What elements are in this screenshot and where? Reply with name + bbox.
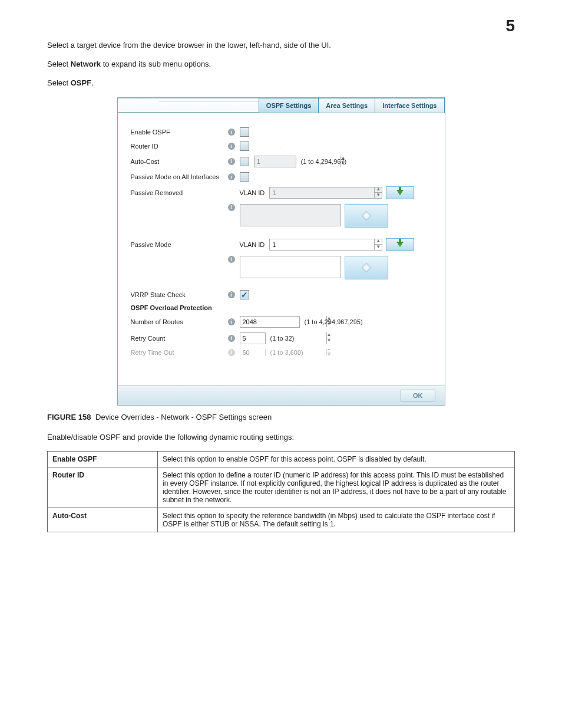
num-routes-hint: (1 to 4,294,967,295) [305,318,363,325]
overload-header: OSPF Overload Protection [131,304,212,311]
table-val: Select this option to enable OSPF for th… [158,451,515,467]
spinner-down[interactable]: ▼ [375,245,382,250]
info-icon[interactable]: i [228,173,235,180]
text: . [91,78,94,87]
description-table: Enable OSPF Select this option to enable… [47,451,515,532]
router-id-checkbox[interactable] [240,141,249,151]
passive-mode-add-button[interactable] [386,238,414,251]
table-row: Router ID Select this option to define a… [48,467,515,508]
passive-removed-list[interactable] [240,204,341,226]
table-val: Select this option to define a router ID… [158,467,515,508]
retry-timeout-hint: (1 to 3,600) [270,349,303,356]
retry-count-input[interactable]: ▲▼ [240,332,266,344]
arrow-down-icon [396,242,404,247]
intro-p3: Select OSPF. [47,78,515,88]
passive-removed-remove-button[interactable] [345,204,388,228]
passive-all-label: Passive Mode on All Interfaces [131,173,228,180]
bold-text: Network [71,60,101,68]
figure-text: Device Overrides - Network - OSPF Settin… [95,413,272,421]
ok-button[interactable]: OK [401,390,435,401]
table-key: Auto-Cost [48,508,158,532]
spinner-down[interactable]: ▼ [327,338,332,344]
post-para: Enable/disable OSPF and provide the foll… [47,432,515,443]
bold-text: OSPF [71,78,91,87]
ospf-screenshot: OSPF Settings Area Settings Interface Se… [117,97,445,406]
table-key: Enable OSPF [48,451,158,467]
info-icon[interactable]: i [228,318,235,325]
passive-all-checkbox[interactable] [240,172,249,182]
auto-cost-input[interactable]: ▲▼ [254,156,296,167]
enable-ospf-label: Enable OSPF [131,129,228,136]
spinner-down[interactable]: ▼ [375,193,382,198]
diamond-icon [361,262,371,272]
passive-mode-remove-button[interactable] [345,256,388,279]
info-icon[interactable]: i [228,143,235,150]
passive-removed-label: Passive Removed [131,189,228,196]
retry-timeout-input[interactable]: ▲▼ [240,349,266,356]
info-icon[interactable]: i [228,291,235,298]
tab-bar: OSPF Settings Area Settings Interface Se… [118,98,445,113]
passive-mode-vlan-input[interactable]: ▲▼ [269,239,382,251]
num-routes-input[interactable]: ▲▼ [240,316,300,328]
tab-ospf-settings[interactable]: OSPF Settings [259,98,319,113]
info-icon[interactable]: i [228,129,235,136]
retry-count-hint: (1 to 32) [270,335,295,342]
figure-number: FIGURE 158 [47,413,91,421]
retry-count-label: Retry Count [131,335,228,342]
passive-mode-list[interactable] [240,256,341,278]
router-id-label: Router ID [131,143,228,150]
text: to expand its sub menu options. [101,60,211,68]
intro-p1: Select a target device from the device b… [47,40,515,51]
num-routes-label: Number of Routes [131,318,228,325]
retry-timeout-label: Retry Time Out [131,349,228,356]
info-icon[interactable]: i [228,204,235,211]
arrow-down-icon [396,190,404,195]
figure-caption: FIGURE 158 Device Overrides - Network - … [47,413,515,421]
passive-removed-add-button[interactable] [386,186,414,199]
tab-area-settings[interactable]: Area Settings [318,98,375,113]
passive-mode-label: Passive Mode [131,241,228,248]
info-icon[interactable]: i [228,335,235,342]
router-id-input[interactable]: ... [257,143,321,149]
table-row: Enable OSPF Select this option to enable… [48,451,515,467]
spinner-down[interactable]: ▼ [327,353,332,356]
tab-interface-settings[interactable]: Interface Settings [375,98,444,113]
page-number: 5 [505,17,515,35]
table-key: Router ID [48,467,158,508]
auto-cost-label: Auto-Cost [131,158,228,165]
vlan-id-label: VLAN ID [240,189,265,196]
enable-ospf-checkbox[interactable] [240,127,249,137]
auto-cost-hint: (1 to 4,294,967) [301,158,347,165]
text: Select [47,78,71,87]
passive-removed-vlan-input[interactable]: ▲▼ [269,187,382,199]
info-icon[interactable]: i [228,256,235,263]
vrrp-label: VRRP State Check [131,291,228,298]
footer-bar: OK [118,386,445,405]
table-row: Auto-Cost Select this option to specify … [48,508,515,532]
intro-p2: Select Network to expand its sub menu op… [47,59,515,70]
auto-cost-checkbox[interactable] [240,157,249,166]
info-icon[interactable]: i [228,158,235,165]
diamond-icon [361,210,371,220]
text: Select [47,60,71,68]
info-icon[interactable]: i [228,349,235,356]
vlan-id-label: VLAN ID [240,241,265,248]
vrrp-checkbox[interactable] [240,290,249,299]
table-val: Select this option to specify the refere… [158,508,515,532]
